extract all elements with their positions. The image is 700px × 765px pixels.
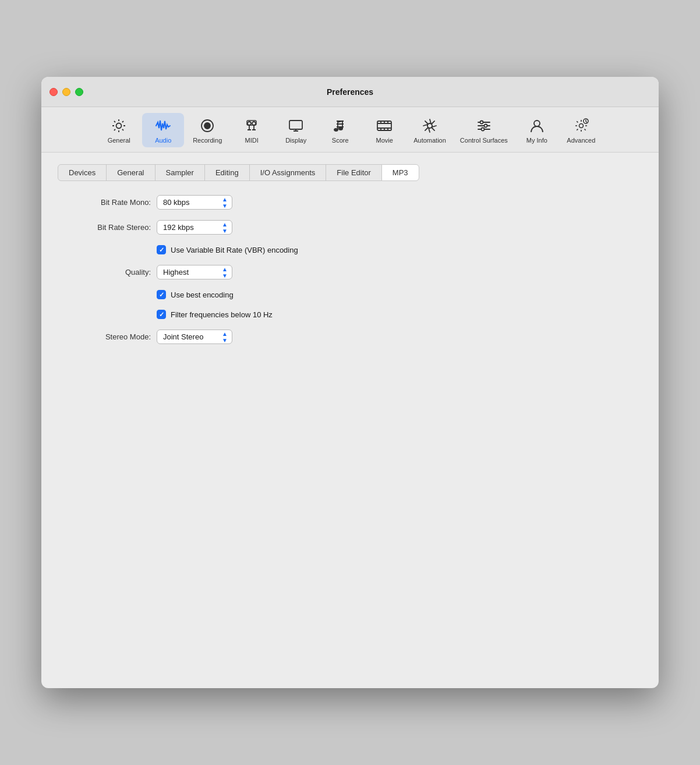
svg-point-18 xyxy=(579,124,583,128)
bit-rate-mono-select-wrapper: 32 kbps 40 kbps 48 kbps 56 kbps 64 kbps … xyxy=(157,195,232,210)
tab-mp3[interactable]: MP3 xyxy=(381,164,419,181)
svg-point-4 xyxy=(252,122,256,125)
quality-label: Quality: xyxy=(69,268,151,277)
best-encoding-checkbox[interactable] xyxy=(157,290,166,299)
svg-point-14 xyxy=(480,121,483,124)
advanced-gear-icon xyxy=(572,116,591,135)
svg-point-8 xyxy=(339,128,342,130)
toolbar-label-advanced: Advanced xyxy=(567,137,595,144)
toolbar-label-midi: MIDI xyxy=(245,137,259,144)
toolbar-label-general: General xyxy=(108,137,130,144)
toolbar: General Audio Recording xyxy=(41,107,659,153)
waveform-icon xyxy=(154,116,172,135)
best-encoding-label: Use best encoding xyxy=(171,291,234,299)
filter-freq-row: Filter frequencies below 10 Hz xyxy=(157,310,642,319)
toolbar-label-automation: Automation xyxy=(413,137,446,144)
window-title: Preferences xyxy=(327,87,373,97)
minimize-button[interactable] xyxy=(62,88,70,96)
quality-select-wrapper: Lowest Low Medium High Highest ▲▼ xyxy=(157,265,232,279)
filter-freq-label: Filter frequencies below 10 Hz xyxy=(171,310,273,319)
preferences-window: Preferences General Audio xyxy=(41,77,659,688)
score-icon xyxy=(331,116,349,135)
toolbar-label-audio: Audio xyxy=(155,137,171,144)
tab-devices[interactable]: Devices xyxy=(58,164,107,181)
stereo-mode-select[interactable]: Normal Stereo Joint Stereo Dual Channel … xyxy=(157,330,232,344)
sliders-icon xyxy=(475,116,493,135)
toolbar-label-score: Score xyxy=(332,137,349,144)
mp3-settings-form: Bit Rate Mono: 32 kbps 40 kbps 48 kbps 5… xyxy=(58,195,642,344)
tab-editing[interactable]: Editing xyxy=(204,164,250,181)
stereo-mode-label: Stereo Mode: xyxy=(69,332,151,341)
bit-rate-stereo-select-wrapper: 32 kbps 40 kbps 48 kbps 56 kbps 64 kbps … xyxy=(157,220,232,235)
toolbar-label-display: Display xyxy=(285,137,306,144)
quality-select[interactable]: Lowest Low Medium High Highest xyxy=(157,265,232,279)
toolbar-item-my-info[interactable]: My Info xyxy=(516,113,558,147)
person-icon xyxy=(528,116,546,135)
content-area: Devices General Sampler Editing I/O Assi… xyxy=(41,153,659,688)
bit-rate-mono-label: Bit Rate Mono: xyxy=(69,198,151,207)
svg-rect-6 xyxy=(289,121,302,129)
toolbar-label-recording: Recording xyxy=(193,137,222,144)
toolbar-label-my-info: My Info xyxy=(526,137,547,144)
toolbar-item-automation[interactable]: Automation xyxy=(408,113,452,147)
filter-freq-checkbox[interactable] xyxy=(157,310,166,319)
svg-point-0 xyxy=(116,123,122,129)
svg-point-7 xyxy=(334,129,338,131)
midi-icon xyxy=(242,116,261,135)
vbr-label: Use Variable Bit Rate (VBR) encoding xyxy=(171,246,298,254)
movie-icon xyxy=(375,116,394,135)
record-icon xyxy=(198,116,217,135)
tab-io-assignments[interactable]: I/O Assignments xyxy=(249,164,327,181)
bit-rate-mono-select[interactable]: 32 kbps 40 kbps 48 kbps 56 kbps 64 kbps … xyxy=(157,195,232,210)
toolbar-item-display[interactable]: Display xyxy=(275,113,317,147)
gear-icon xyxy=(109,116,128,135)
toolbar-item-audio[interactable]: Audio xyxy=(142,113,184,147)
maximize-button[interactable] xyxy=(75,88,83,96)
svg-point-2 xyxy=(204,123,210,129)
toolbar-label-movie: Movie xyxy=(376,137,393,144)
svg-point-15 xyxy=(484,125,487,128)
toolbar-item-control-surfaces[interactable]: Control Surfaces xyxy=(454,113,514,147)
tab-sampler[interactable]: Sampler xyxy=(155,164,205,181)
best-encoding-row: Use best encoding xyxy=(157,290,642,299)
vbr-row: Use Variable Bit Rate (VBR) encoding xyxy=(157,245,642,254)
toolbar-item-recording[interactable]: Recording xyxy=(186,113,228,147)
toolbar-item-score[interactable]: Score xyxy=(319,113,361,147)
stereo-mode-select-wrapper: Normal Stereo Joint Stereo Dual Channel … xyxy=(157,330,232,344)
bit-rate-stereo-select[interactable]: 32 kbps 40 kbps 48 kbps 56 kbps 64 kbps … xyxy=(157,220,232,235)
tab-general[interactable]: General xyxy=(106,164,155,181)
traffic-lights xyxy=(50,88,83,96)
svg-point-16 xyxy=(481,128,484,131)
quality-row: Quality: Lowest Low Medium High Highest … xyxy=(69,265,642,279)
toolbar-label-control-surfaces: Control Surfaces xyxy=(460,137,508,144)
svg-point-17 xyxy=(534,121,540,126)
tabs-bar: Devices General Sampler Editing I/O Assi… xyxy=(58,164,642,181)
bit-rate-mono-row: Bit Rate Mono: 32 kbps 40 kbps 48 kbps 5… xyxy=(69,195,642,210)
tab-file-editor[interactable]: File Editor xyxy=(326,164,382,181)
toolbar-item-movie[interactable]: Movie xyxy=(363,113,405,147)
display-icon xyxy=(287,116,305,135)
toolbar-item-advanced[interactable]: Advanced xyxy=(560,113,602,147)
vbr-checkbox[interactable] xyxy=(157,245,166,254)
bit-rate-stereo-row: Bit Rate Stereo: 32 kbps 40 kbps 48 kbps… xyxy=(69,220,642,235)
toolbar-item-general[interactable]: General xyxy=(98,113,140,147)
close-button[interactable] xyxy=(50,88,58,96)
bit-rate-stereo-label: Bit Rate Stereo: xyxy=(69,223,151,232)
svg-point-3 xyxy=(248,122,251,125)
toolbar-item-midi[interactable]: MIDI xyxy=(231,113,273,147)
automation-icon xyxy=(420,116,439,135)
stereo-mode-row: Stereo Mode: Normal Stereo Joint Stereo … xyxy=(69,330,642,344)
titlebar: Preferences xyxy=(41,77,659,107)
